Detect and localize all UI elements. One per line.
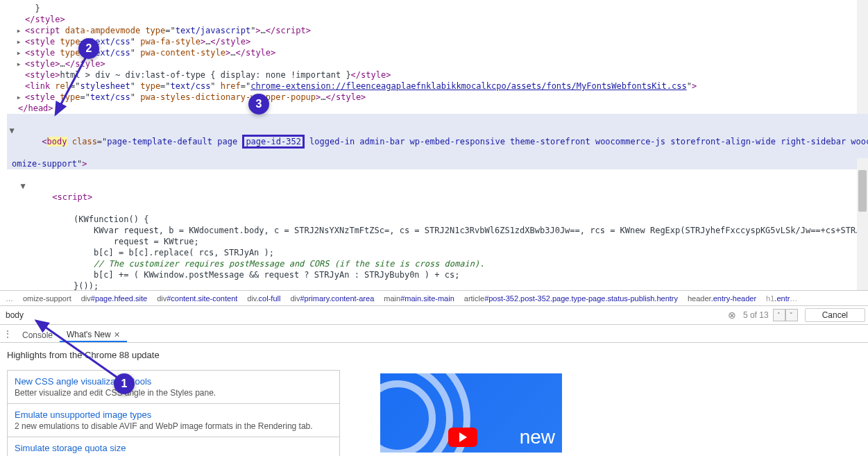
whats-new-panel: Highlights from the Chrome 88 update New…	[0, 343, 868, 456]
cancel-button[interactable]: Cancel	[805, 308, 865, 322]
card-title[interactable]: Simulate storage quota size	[15, 443, 332, 453]
page-id-highlight: page-id-352	[242, 135, 304, 149]
dom-node-body[interactable]: ▼ <body class="page-template-default pag…	[7, 114, 868, 158]
video-caption: new	[520, 426, 555, 448]
script-line: b[c] += ( KWwindow.postMessage && reques…	[7, 269, 868, 280]
clear-search-icon[interactable]: ⊗	[725, 310, 739, 321]
kebab-menu-icon[interactable]: ⋮	[0, 325, 15, 342]
dom-node[interactable]: ▸<style type="text/css" pwa-styles-dicti…	[7, 92, 868, 103]
breadcrumb-item[interactable]: main#main.site-main	[384, 294, 454, 303]
search-bar: ⊗ 5 of 13 ˄ ˅ Cancel	[0, 305, 868, 325]
script-line: (KWfunction() {	[7, 214, 868, 225]
card-title[interactable]: Emulate unsupported image types	[15, 409, 332, 420]
dom-node[interactable]: <style>html > div ~ div:last-of-type { d…	[7, 69, 868, 81]
expand-caret[interactable]: ▸	[15, 58, 22, 69]
breadcrumb-bar[interactable]: … omize-support div#page.hfeed.site div#…	[0, 290, 868, 305]
dom-node-body-wrap[interactable]: omize-support">	[7, 158, 868, 169]
search-prev-button[interactable]: ˄	[773, 309, 785, 321]
dom-node-script[interactable]: ▼ <script>	[7, 169, 868, 214]
dom-node[interactable]: ▸<style>…</style>	[7, 58, 868, 69]
card-description: 2 new emulations to disable AVIF and Web…	[15, 421, 332, 431]
script-line: }());	[7, 280, 868, 290]
script-line: KWvar request, b = KWdocument.body, c = …	[7, 225, 868, 236]
dom-node[interactable]: <link rel="stylesheet" type="text/css" h…	[7, 81, 868, 92]
search-input[interactable]	[3, 309, 725, 321]
search-count: 5 of 13	[739, 310, 773, 320]
expand-caret[interactable]: ▸	[15, 47, 22, 58]
dom-node[interactable]: ▸<script data-ampdevmode type="text/java…	[7, 25, 868, 36]
tab-console[interactable]: Console	[15, 325, 60, 342]
dom-node[interactable]: ▸<style type="text/css" pwa-fa-style>…</…	[7, 36, 868, 47]
breadcrumb-item[interactable]: header.entry-header	[688, 294, 756, 303]
breadcrumb-item[interactable]: h1.entr…	[766, 294, 797, 303]
breadcrumb-item[interactable]: omize-support	[23, 294, 71, 303]
breadcrumb-overflow[interactable]: …	[6, 294, 13, 303]
expand-caret[interactable]: ▸	[15, 92, 22, 103]
card-description: Better visualize and edit CSS angle in t…	[15, 388, 332, 398]
expand-caret[interactable]: ▼	[19, 180, 26, 192]
breadcrumb-item[interactable]: div.col-full	[247, 294, 280, 303]
drawer-tabs: ⋮ Console What's New✕	[0, 325, 868, 343]
whats-new-card[interactable]: Simulate storage quota size	[8, 437, 339, 456]
expand-caret[interactable]: ▸	[15, 36, 22, 47]
expand-caret[interactable]: ▼	[8, 125, 15, 136]
play-icon[interactable]	[448, 428, 477, 447]
video-thumbnail[interactable]: new	[380, 373, 562, 453]
breadcrumb-item[interactable]: div#content.site-content	[157, 294, 237, 303]
card-title[interactable]: New CSS angle visualization tools	[15, 376, 332, 387]
script-line: request = KWtrue;	[7, 236, 868, 247]
dom-node[interactable]: }	[7, 3, 868, 14]
search-next-button[interactable]: ˅	[785, 309, 798, 321]
script-line: // The customizer requires postMessage a…	[7, 258, 868, 269]
body-tag-highlight: body	[47, 137, 67, 146]
breadcrumb-item[interactable]: div#page.hfeed.site	[81, 294, 147, 303]
dom-tree-panel[interactable]: }</style>▸<script data-ampdevmode type="…	[0, 0, 868, 290]
breadcrumb-item[interactable]: article#post-352.post-352.page.type-page…	[464, 294, 678, 303]
dom-node[interactable]: </style>	[7, 14, 868, 25]
tab-whats-new[interactable]: What's New✕	[60, 325, 127, 342]
close-icon[interactable]: ✕	[114, 330, 120, 339]
dom-node[interactable]: ▸<style type="text/css" pwa-content-styl…	[7, 47, 868, 58]
whats-new-card[interactable]: Emulate unsupported image types2 new emu…	[8, 404, 339, 437]
dom-node[interactable]: </head>	[7, 103, 868, 114]
breadcrumb-item[interactable]: div#primary.content-area	[290, 294, 374, 303]
expand-caret[interactable]: ▸	[15, 25, 22, 36]
script-line: b[c] = b[c].replace( rcs, STRJyAn );	[7, 247, 868, 258]
whats-new-heading: Highlights from the Chrome 88 update	[7, 350, 347, 360]
whats-new-card[interactable]: New CSS angle visualization toolsBetter …	[8, 371, 339, 404]
